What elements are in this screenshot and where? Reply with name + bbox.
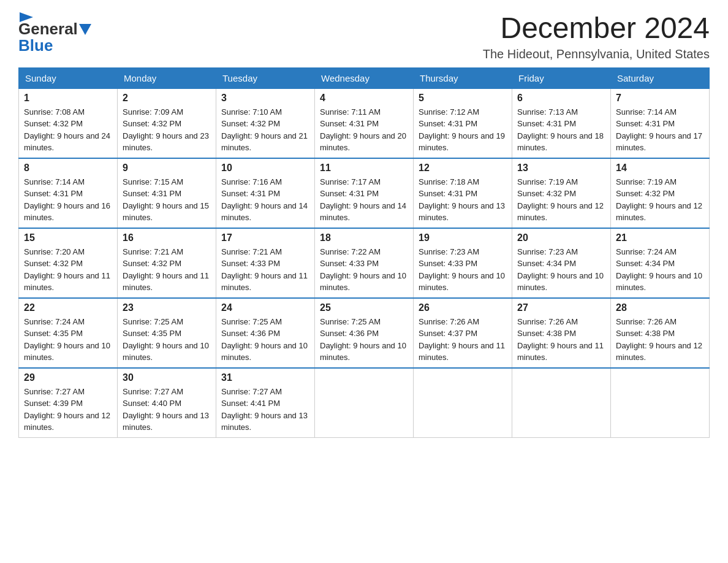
sunrise-label: Sunrise: 7:10 AM	[221, 107, 282, 117]
daylight-label: Daylight: 9 hours and 19 minutes.	[419, 131, 505, 153]
sunrise-label: Sunrise: 7:15 AM	[123, 177, 183, 186]
sunset-label: Sunset: 4:35 PM	[24, 329, 83, 338]
daylight-label: Daylight: 9 hours and 10 minutes.	[320, 341, 406, 362]
svg-marker-0	[20, 12, 33, 22]
daylight-label: Daylight: 9 hours and 11 minutes.	[123, 271, 209, 293]
sunrise-label: Sunrise: 7:27 AM	[221, 387, 282, 396]
calendar-week-row: 15 Sunrise: 7:20 AM Sunset: 4:32 PM Dayl…	[19, 228, 710, 298]
sunrise-label: Sunrise: 7:16 AM	[221, 177, 282, 186]
sunrise-label: Sunrise: 7:23 AM	[517, 247, 578, 256]
sunset-label: Sunset: 4:31 PM	[320, 189, 379, 198]
calendar-table: Sunday Monday Tuesday Wednesday Thursday…	[18, 67, 710, 438]
sunset-label: Sunset: 4:41 PM	[221, 399, 280, 408]
day-info: Sunrise: 7:21 AM Sunset: 4:33 PM Dayligh…	[221, 246, 309, 294]
sunset-label: Sunset: 4:34 PM	[517, 259, 576, 268]
table-row	[315, 368, 414, 438]
table-row: 27 Sunrise: 7:26 AM Sunset: 4:38 PM Dayl…	[512, 298, 611, 368]
sunrise-label: Sunrise: 7:22 AM	[320, 247, 381, 256]
daylight-label: Daylight: 9 hours and 10 minutes.	[221, 341, 308, 362]
table-row: 23 Sunrise: 7:25 AM Sunset: 4:35 PM Dayl…	[118, 298, 216, 368]
day-number: 26	[419, 302, 507, 313]
table-row	[512, 368, 611, 438]
sunset-label: Sunset: 4:31 PM	[24, 189, 83, 198]
daylight-label: Daylight: 9 hours and 11 minutes.	[24, 271, 110, 293]
day-info: Sunrise: 7:16 AM Sunset: 4:31 PM Dayligh…	[221, 176, 309, 224]
header-monday: Monday	[118, 67, 216, 88]
day-info: Sunrise: 7:24 AM Sunset: 4:34 PM Dayligh…	[616, 246, 704, 294]
day-number: 14	[616, 163, 704, 174]
day-info: Sunrise: 7:25 AM Sunset: 4:36 PM Dayligh…	[221, 316, 309, 364]
table-row: 5 Sunrise: 7:12 AM Sunset: 4:31 PM Dayli…	[414, 88, 512, 158]
sunset-label: Sunset: 4:33 PM	[419, 259, 477, 268]
sunset-label: Sunset: 4:32 PM	[616, 189, 675, 198]
sunrise-label: Sunrise: 7:17 AM	[320, 177, 381, 186]
calendar-header-row: Sunday Monday Tuesday Wednesday Thursday…	[19, 67, 710, 88]
table-row: 18 Sunrise: 7:22 AM Sunset: 4:33 PM Dayl…	[315, 228, 414, 298]
day-number: 11	[320, 163, 408, 174]
calendar-week-row: 22 Sunrise: 7:24 AM Sunset: 4:35 PM Dayl…	[19, 298, 710, 368]
sunrise-label: Sunrise: 7:27 AM	[24, 387, 85, 396]
day-info: Sunrise: 7:27 AM Sunset: 4:41 PM Dayligh…	[221, 386, 309, 434]
sunrise-label: Sunrise: 7:25 AM	[123, 317, 183, 326]
sunset-label: Sunset: 4:36 PM	[221, 329, 280, 338]
sunset-label: Sunset: 4:32 PM	[123, 119, 181, 128]
sunset-label: Sunset: 4:32 PM	[517, 189, 576, 198]
daylight-label: Daylight: 9 hours and 10 minutes.	[616, 271, 702, 293]
day-info: Sunrise: 7:25 AM Sunset: 4:36 PM Dayligh…	[320, 316, 408, 364]
day-info: Sunrise: 7:08 AM Sunset: 4:32 PM Dayligh…	[24, 106, 112, 154]
daylight-label: Daylight: 9 hours and 13 minutes.	[221, 411, 308, 432]
daylight-label: Daylight: 9 hours and 11 minutes.	[419, 341, 505, 362]
day-info: Sunrise: 7:09 AM Sunset: 4:32 PM Dayligh…	[123, 106, 211, 154]
day-number: 23	[123, 302, 211, 313]
day-info: Sunrise: 7:27 AM Sunset: 4:40 PM Dayligh…	[123, 386, 211, 434]
sunrise-label: Sunrise: 7:19 AM	[616, 177, 677, 186]
header-sunday: Sunday	[19, 67, 118, 88]
day-number: 21	[616, 232, 704, 243]
sunrise-label: Sunrise: 7:14 AM	[24, 177, 85, 186]
day-info: Sunrise: 7:18 AM Sunset: 4:31 PM Dayligh…	[419, 176, 507, 224]
day-info: Sunrise: 7:23 AM Sunset: 4:34 PM Dayligh…	[517, 246, 605, 294]
day-number: 22	[24, 302, 112, 313]
daylight-label: Daylight: 9 hours and 12 minutes.	[616, 341, 702, 362]
sunrise-label: Sunrise: 7:20 AM	[24, 247, 85, 256]
day-info: Sunrise: 7:26 AM Sunset: 4:37 PM Dayligh…	[419, 316, 507, 364]
day-number: 29	[24, 372, 112, 383]
sunrise-label: Sunrise: 7:27 AM	[123, 387, 183, 396]
table-row: 28 Sunrise: 7:26 AM Sunset: 4:38 PM Dayl…	[611, 298, 710, 368]
day-number: 25	[320, 302, 408, 313]
sunrise-label: Sunrise: 7:24 AM	[616, 247, 677, 256]
sunset-label: Sunset: 4:31 PM	[517, 119, 576, 128]
table-row: 15 Sunrise: 7:20 AM Sunset: 4:32 PM Dayl…	[19, 228, 118, 298]
day-info: Sunrise: 7:11 AM Sunset: 4:31 PM Dayligh…	[320, 106, 408, 154]
day-number: 16	[123, 232, 211, 243]
sunset-label: Sunset: 4:36 PM	[320, 329, 379, 338]
page-header: General Blue December 2024 The Hideout, …	[18, 12, 710, 61]
header-wednesday: Wednesday	[315, 67, 414, 88]
header-saturday: Saturday	[611, 67, 710, 88]
table-row	[611, 368, 710, 438]
day-info: Sunrise: 7:19 AM Sunset: 4:32 PM Dayligh…	[517, 176, 605, 224]
day-number: 7	[616, 93, 704, 104]
calendar-week-row: 29 Sunrise: 7:27 AM Sunset: 4:39 PM Dayl…	[19, 368, 710, 438]
day-number: 30	[123, 372, 211, 383]
table-row: 26 Sunrise: 7:26 AM Sunset: 4:37 PM Dayl…	[414, 298, 512, 368]
day-number: 28	[616, 302, 704, 313]
day-number: 6	[517, 93, 605, 104]
daylight-label: Daylight: 9 hours and 12 minutes.	[517, 201, 604, 223]
sunset-label: Sunset: 4:33 PM	[221, 259, 280, 268]
logo-triangle-icon	[79, 24, 91, 35]
sunset-label: Sunset: 4:38 PM	[517, 329, 576, 338]
table-row: 4 Sunrise: 7:11 AM Sunset: 4:31 PM Dayli…	[315, 88, 414, 158]
sunrise-label: Sunrise: 7:25 AM	[221, 317, 282, 326]
table-row: 11 Sunrise: 7:17 AM Sunset: 4:31 PM Dayl…	[315, 158, 414, 228]
header-thursday: Thursday	[414, 67, 512, 88]
sunset-label: Sunset: 4:31 PM	[320, 119, 379, 128]
title-area: December 2024 The Hideout, Pennsylvania,…	[483, 12, 710, 61]
day-info: Sunrise: 7:14 AM Sunset: 4:31 PM Dayligh…	[616, 106, 704, 154]
daylight-label: Daylight: 9 hours and 20 minutes.	[320, 131, 406, 153]
day-number: 5	[419, 93, 507, 104]
daylight-label: Daylight: 9 hours and 23 minutes.	[123, 131, 209, 153]
table-row: 3 Sunrise: 7:10 AM Sunset: 4:32 PM Dayli…	[216, 88, 315, 158]
sunrise-label: Sunrise: 7:25 AM	[320, 317, 381, 326]
day-number: 19	[419, 232, 507, 243]
